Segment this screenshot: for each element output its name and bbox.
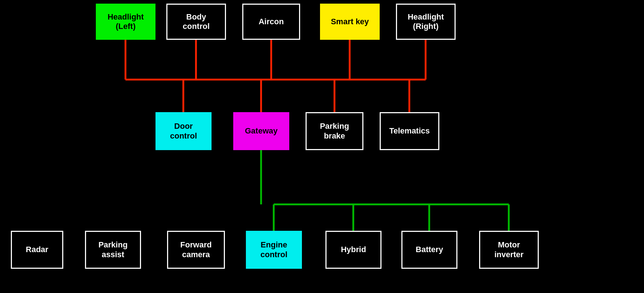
- radar-node: Radar: [11, 231, 63, 269]
- parking-brake-node: Parkingbrake: [306, 112, 363, 150]
- engine-control-node: Enginecontrol: [246, 231, 302, 269]
- door-control-node: Doorcontrol: [155, 112, 212, 150]
- forward-camera-node: Forwardcamera: [167, 231, 225, 269]
- battery-node: Battery: [401, 231, 457, 269]
- aircon-node: Aircon: [242, 4, 300, 40]
- gateway-node: Gateway: [233, 112, 289, 150]
- headlight-left-node: Headlight(Left): [96, 4, 155, 40]
- parking-assist-node: Parkingassist: [85, 231, 141, 269]
- headlight-right-node: Headlight(Right): [396, 4, 456, 40]
- motor-inverter-node: Motorinverter: [479, 231, 539, 269]
- body-control-node: Bodycontrol: [166, 4, 226, 40]
- telematics-node: Telematics: [380, 112, 439, 150]
- hybrid-node: Hybrid: [325, 231, 381, 269]
- smart-key-node: Smart key: [320, 4, 380, 40]
